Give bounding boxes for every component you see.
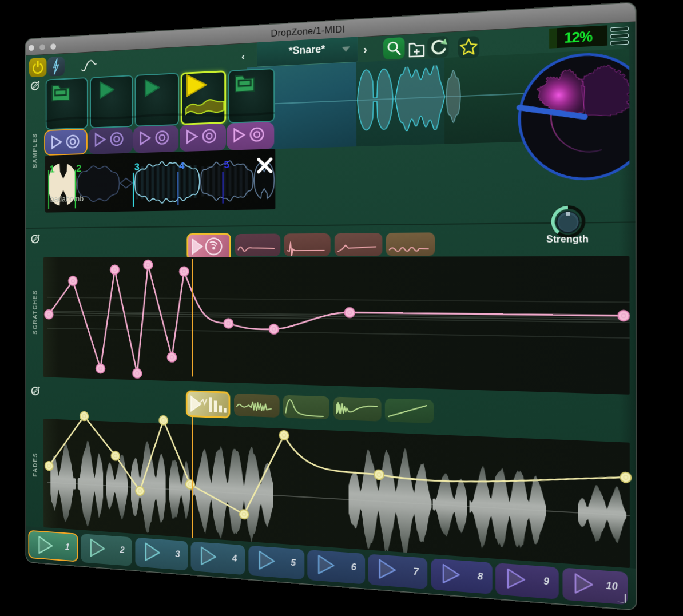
svg-text:2: 2 bbox=[76, 162, 81, 173]
svg-text:4: 4 bbox=[179, 160, 184, 172]
svg-text:5: 5 bbox=[224, 158, 229, 170]
svg-text:3: 3 bbox=[134, 161, 140, 172]
svg-text:1: 1 bbox=[50, 164, 55, 174]
